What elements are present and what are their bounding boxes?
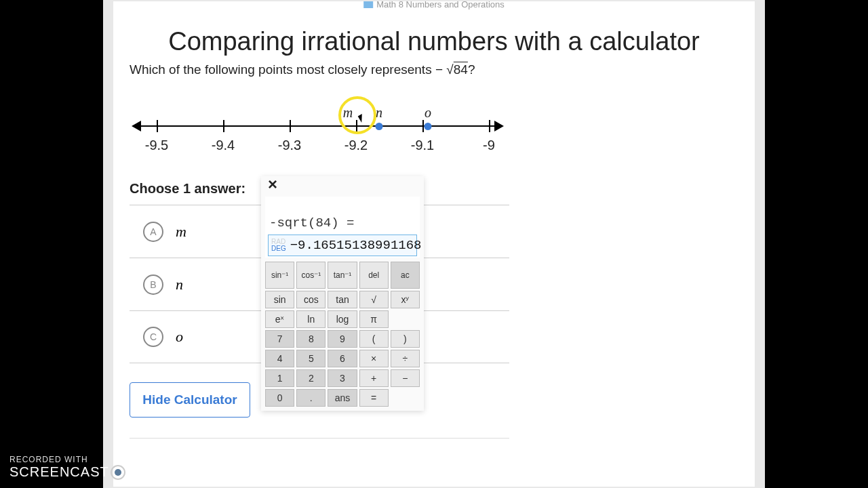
calc-key-ln[interactable]: ln xyxy=(296,310,326,328)
question-radical: √ xyxy=(446,62,453,77)
choice-radio[interactable]: C xyxy=(143,327,163,347)
calc-key-3[interactable]: 3 xyxy=(328,369,357,387)
number-line-tick-label: -9.1 xyxy=(411,138,434,153)
number-line-point-label: m xyxy=(343,105,353,121)
choose-label: Choose 1 answer: xyxy=(130,181,245,197)
folder-icon xyxy=(363,1,373,8)
page-title: Comparing irrational numbers with a calc… xyxy=(113,27,755,56)
number-line-point-label: o xyxy=(425,105,431,121)
calculator-keys: sin⁻¹cos⁻¹tan⁻¹delacsincostan√xʸeˣlnlogπ… xyxy=(265,262,420,407)
number-line-tick-label: -9.4 xyxy=(212,138,235,153)
hide-calculator-button[interactable]: Hide Calculator xyxy=(130,382,250,418)
calc-key-1[interactable]: 1 xyxy=(265,369,294,387)
number-line-tick xyxy=(290,120,291,132)
calc-key-0[interactable]: 0 xyxy=(265,389,294,407)
watermark-bottom: SCREENCAST MATIC xyxy=(9,464,171,480)
breadcrumb-tab: Math 8 Numbers and Operations xyxy=(363,0,505,9)
watermark-left: SCREENCAST xyxy=(9,464,109,480)
calculator-panel: × -sqrt(84) = RAD DEG −9.16515138991168 … xyxy=(261,176,424,411)
calc-key-sin[interactable]: sin xyxy=(265,291,294,308)
number-line-tick xyxy=(157,120,158,132)
number-line-tick xyxy=(223,120,224,132)
watermark-top: RECORDED WITH xyxy=(9,455,171,464)
arrow-right-icon xyxy=(494,121,504,131)
calc-key-[interactable]: √ xyxy=(359,291,389,308)
divider xyxy=(130,438,509,439)
mode-rad: RAD xyxy=(271,239,286,245)
calc-key-[interactable]: + xyxy=(359,369,389,387)
calc-key-5[interactable]: 5 xyxy=(296,350,326,367)
content-pane: Math 8 Numbers and Operations Comparing … xyxy=(113,1,755,487)
calc-key-4[interactable]: 4 xyxy=(265,350,294,367)
calc-key-sin[interactable]: sin⁻¹ xyxy=(265,262,294,289)
calc-key-cos[interactable]: cos⁻¹ xyxy=(296,262,326,289)
calc-key-[interactable]: ÷ xyxy=(391,350,420,367)
breadcrumb-label: Math 8 Numbers and Operations xyxy=(376,0,505,9)
number-line-point-label: n xyxy=(376,105,382,121)
choice-text: n xyxy=(176,276,183,293)
calc-key-tan[interactable]: tan⁻¹ xyxy=(328,262,357,289)
calc-key-8[interactable]: 8 xyxy=(296,330,326,348)
question-op: − xyxy=(435,62,443,77)
calc-key-cos[interactable]: cos xyxy=(296,291,326,308)
question-radicand: 84 xyxy=(454,62,468,77)
page-frame: Math 8 Numbers and Operations Comparing … xyxy=(103,0,765,488)
number-line: -9.5-9.4-9.3-9.2-9.1-9 mno xyxy=(130,100,506,154)
choice-radio[interactable]: B xyxy=(143,274,163,295)
calc-key-[interactable]: − xyxy=(391,369,420,387)
number-line-axis xyxy=(140,125,496,127)
number-line-tick-label: -9.2 xyxy=(344,138,368,153)
calculator-mode: RAD DEG xyxy=(271,239,286,252)
calc-key-x[interactable]: xʸ xyxy=(391,291,420,308)
calc-key-del[interactable]: del xyxy=(359,262,389,289)
choice-radio[interactable]: A xyxy=(143,222,163,242)
calc-key-[interactable]: × xyxy=(359,350,389,367)
arrow-left-icon xyxy=(132,121,141,131)
calc-key-log[interactable]: log xyxy=(328,310,357,328)
number-line-tick-label: -9.3 xyxy=(278,138,301,153)
calc-key-tan[interactable]: tan xyxy=(328,291,357,308)
choice-text: o xyxy=(176,328,183,346)
calculator-screen: -sqrt(84) = RAD DEG −9.16515138991168 xyxy=(265,197,420,258)
watermark-logo-icon xyxy=(111,465,125,480)
calc-key-[interactable]: . xyxy=(296,389,326,407)
close-icon[interactable]: × xyxy=(268,175,277,194)
number-line-tick-label: -9 xyxy=(483,138,495,153)
number-line-point-dot[interactable] xyxy=(425,123,432,130)
number-line-point-dot[interactable] xyxy=(376,123,383,130)
choice-text: m xyxy=(176,223,186,241)
mode-deg: DEG xyxy=(271,245,286,252)
calc-key-[interactable]: ) xyxy=(391,330,420,348)
number-line-tick-label: -9.5 xyxy=(145,138,168,153)
calculator-expression: -sqrt(84) = xyxy=(269,216,354,230)
calc-key-e[interactable]: eˣ xyxy=(265,310,294,328)
calc-key-9[interactable]: 9 xyxy=(328,330,357,348)
calc-key-[interactable]: π xyxy=(359,310,389,328)
question-prefix: Which of the following points most close… xyxy=(130,62,435,77)
watermark: RECORDED WITH SCREENCAST MATIC xyxy=(9,455,171,480)
question-suffix: ? xyxy=(468,62,475,77)
calc-key-7[interactable]: 7 xyxy=(265,330,294,348)
number-line-tick xyxy=(489,120,490,132)
calc-key-[interactable]: = xyxy=(359,389,389,407)
calculator-result-box: RAD DEG −9.16515138991168 xyxy=(268,235,417,256)
calculator-result: −9.16515138991168 xyxy=(290,238,422,253)
calc-key-2[interactable]: 2 xyxy=(296,369,326,387)
calc-key-6[interactable]: 6 xyxy=(328,350,357,367)
watermark-right: MATIC xyxy=(127,464,172,480)
calc-key-ac[interactable]: ac xyxy=(391,262,420,289)
number-line-tick xyxy=(356,120,357,132)
calc-key-ans[interactable]: ans xyxy=(328,389,357,407)
calc-key-[interactable]: ( xyxy=(359,330,389,348)
question-text: Which of the following points most close… xyxy=(130,62,475,77)
